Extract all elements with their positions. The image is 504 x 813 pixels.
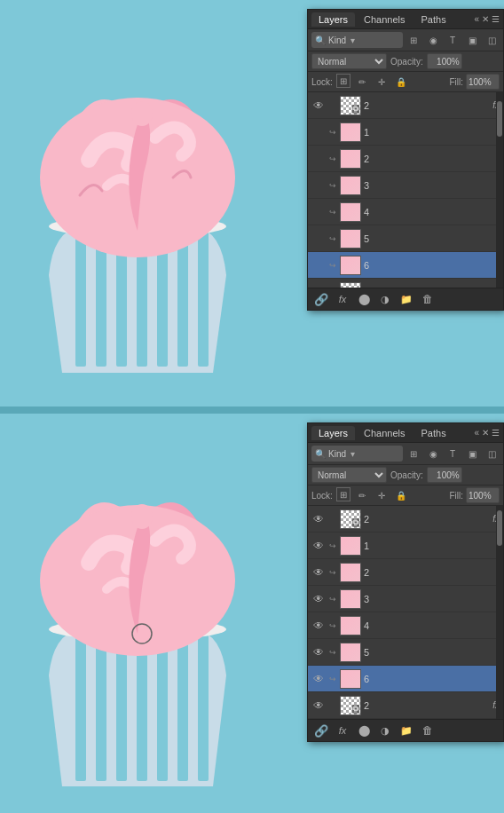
close-icon[interactable]: ✕ bbox=[482, 14, 489, 24]
pixel-icon[interactable]: ⊞ bbox=[406, 32, 421, 48]
collapse-icon-bottom[interactable]: « bbox=[474, 428, 479, 438]
search-dropdown-arrow[interactable]: ▾ bbox=[350, 36, 355, 45]
new-group-icon-top[interactable]: 📁 bbox=[398, 291, 414, 307]
lock-move-icon-bottom[interactable]: ✛ bbox=[374, 487, 390, 503]
layer-row-2-top[interactable]: ↪ 2 bbox=[308, 146, 503, 172]
layer-row-5-top[interactable]: ↪ 5 bbox=[308, 225, 503, 252]
tab-channels-bottom[interactable]: Channels bbox=[357, 426, 412, 440]
search-dropdown-arrow-bottom[interactable]: ▾ bbox=[350, 449, 355, 459]
tab-channels-top[interactable]: Channels bbox=[357, 12, 412, 27]
visibility-eye-3-bottom[interactable]: 👁 bbox=[311, 592, 326, 606]
new-group-icon-bottom[interactable]: 📁 bbox=[398, 722, 414, 738]
layers-panel-top: Layers Channels Paths « ✕ ☰ 🔍 Kind ▾ ⊞ ◉… bbox=[307, 9, 504, 311]
fx-button-bottom[interactable]: fx bbox=[335, 722, 350, 738]
top-half: Layers Channels Paths « ✕ ☰ 🔍 Kind ▾ ⊞ ◉… bbox=[0, 0, 504, 406]
lock-move-icon[interactable]: ✛ bbox=[374, 74, 390, 90]
visibility-eye-6-bottom[interactable]: 👁 bbox=[311, 672, 326, 686]
search-icons-bottom: ⊞ ◉ T ▣ ◫ bbox=[406, 446, 500, 462]
search-box-bottom[interactable]: 🔍 Kind ▾ bbox=[311, 446, 403, 462]
opacity-input-top[interactable] bbox=[427, 53, 462, 69]
close-icon-bottom[interactable]: ✕ bbox=[482, 428, 489, 438]
layer-thumb-group2-bottom: ⧉ bbox=[340, 696, 361, 715]
visibility-eye-3-top[interactable] bbox=[311, 178, 326, 193]
layer-link-6-bottom: ↪ bbox=[328, 675, 337, 683]
search-box-top[interactable]: 🔍 Kind ▾ bbox=[311, 32, 403, 48]
tab-layers-top[interactable]: Layers bbox=[311, 12, 355, 27]
adj-icon-bottom[interactable]: ◉ bbox=[425, 446, 441, 462]
visibility-eye-6-top[interactable] bbox=[311, 258, 326, 272]
add-mask-icon-bottom[interactable]: ⬤ bbox=[356, 722, 372, 738]
layer-thumb-5-top bbox=[340, 229, 361, 249]
trash-icon-bottom[interactable]: 🗑 bbox=[420, 722, 436, 738]
collapse-icon[interactable]: « bbox=[474, 14, 479, 24]
lock-all-icon[interactable]: 🔒 bbox=[393, 74, 409, 90]
blend-mode-select-bottom[interactable]: Normal bbox=[311, 467, 387, 483]
visibility-eye-4-top[interactable] bbox=[311, 205, 326, 219]
visibility-eye-2-top[interactable] bbox=[311, 152, 326, 166]
opacity-input-bottom[interactable] bbox=[427, 467, 462, 483]
menu-icon-bottom[interactable]: ☰ bbox=[492, 428, 500, 438]
lock-label-top: Lock: bbox=[311, 77, 333, 87]
visibility-eye-group2-bottom[interactable]: 👁 bbox=[311, 699, 326, 713]
smart-icon-bottom[interactable]: ◫ bbox=[484, 446, 500, 462]
shape-icon-bottom[interactable]: ▣ bbox=[464, 446, 480, 462]
tab-paths-top[interactable]: Paths bbox=[414, 12, 453, 27]
visibility-eye-group2-top[interactable]: 👁 bbox=[311, 285, 326, 288]
fx-button-top[interactable]: fx bbox=[335, 291, 350, 307]
layer-row-group2-top[interactable]: 👁 ⧉ 2 fx bbox=[308, 279, 503, 288]
link-layers-icon-bottom[interactable]: 🔗 bbox=[313, 722, 329, 738]
add-mask-icon-top[interactable]: ⬤ bbox=[356, 291, 372, 307]
svg-rect-17 bbox=[177, 632, 188, 781]
layer-row-2-bottom[interactable]: 👁 ↪ 2 bbox=[308, 559, 503, 586]
text-icon[interactable]: T bbox=[445, 32, 461, 48]
lock-paint-icon[interactable]: ✏ bbox=[354, 74, 370, 90]
layer-row-1-bottom[interactable]: 👁 ↪ 1 bbox=[308, 533, 503, 559]
visibility-eye-2-bottom[interactable]: 👁 bbox=[311, 565, 326, 580]
adj-icon[interactable]: ◉ bbox=[425, 32, 441, 48]
fill-input-bottom[interactable] bbox=[466, 487, 500, 503]
tab-paths-bottom[interactable]: Paths bbox=[414, 426, 453, 440]
layer-row-1-top[interactable]: ↪ 1 bbox=[308, 119, 503, 146]
folder-icon-group2-bottom: ⧉ bbox=[352, 705, 359, 714]
layer-row-group1-bottom[interactable]: 👁 ⧉ 2 fx bbox=[308, 506, 503, 533]
menu-icon[interactable]: ☰ bbox=[492, 14, 500, 24]
visibility-eye-1-bottom[interactable]: 👁 bbox=[311, 539, 326, 553]
pixel-icon-bottom[interactable]: ⊞ bbox=[406, 446, 421, 462]
layer-row-4-bottom[interactable]: 👁 ↪ 4 bbox=[308, 612, 503, 639]
layer-row-5-bottom[interactable]: 👁 ↪ 5 bbox=[308, 639, 503, 666]
text-icon-bottom[interactable]: T bbox=[445, 446, 461, 462]
visibility-eye-5-bottom[interactable]: 👁 bbox=[311, 645, 326, 659]
lock-all-icon-bottom[interactable]: 🔒 bbox=[393, 487, 409, 503]
scroll-thumb-bottom[interactable] bbox=[497, 510, 502, 546]
visibility-eye-1-top[interactable] bbox=[311, 125, 326, 139]
visibility-eye-4-bottom[interactable]: 👁 bbox=[311, 619, 326, 633]
trash-icon-top[interactable]: 🗑 bbox=[420, 291, 436, 307]
layer-name-group1-top: 2 bbox=[364, 100, 490, 111]
tab-layers-bottom[interactable]: Layers bbox=[311, 426, 355, 440]
fill-input-top[interactable] bbox=[466, 74, 500, 90]
panel-scrollbar-bottom[interactable] bbox=[496, 506, 503, 719]
visibility-eye-group1-top[interactable]: 👁 bbox=[311, 99, 326, 113]
adj-layer-icon-bottom[interactable]: ◑ bbox=[377, 722, 393, 738]
lock-pixel-icon[interactable]: ⊞ bbox=[336, 74, 350, 88]
layer-row-group1-top[interactable]: 👁 ⧉ 2 fx bbox=[308, 92, 503, 119]
lock-pixel-icon-bottom[interactable]: ⊞ bbox=[336, 487, 350, 501]
layer-row-3-top[interactable]: ↪ 3 bbox=[308, 172, 503, 199]
visibility-eye-5-top[interactable] bbox=[311, 232, 326, 246]
link-layers-icon-top[interactable]: 🔗 bbox=[313, 291, 329, 307]
adj-layer-icon-top[interactable]: ◑ bbox=[377, 291, 393, 307]
layer-row-4-top[interactable]: ↪ 4 bbox=[308, 199, 503, 225]
opacity-label-top: Opacity: bbox=[390, 57, 423, 67]
panel-scrollbar-top[interactable] bbox=[496, 92, 503, 288]
layer-row-6-top[interactable]: ↪ 6 bbox=[308, 252, 503, 279]
scroll-thumb-top[interactable] bbox=[497, 101, 502, 137]
lock-paint-icon-bottom[interactable]: ✏ bbox=[354, 487, 370, 503]
blend-mode-select-top[interactable]: Normal bbox=[311, 53, 387, 69]
layer-link-4-top: ↪ bbox=[328, 208, 337, 217]
layer-row-3-bottom[interactable]: 👁 ↪ 3 bbox=[308, 586, 503, 612]
smart-icon[interactable]: ◫ bbox=[484, 32, 500, 48]
layer-row-group2-bottom[interactable]: 👁 ⧉ 2 fx bbox=[308, 692, 503, 719]
shape-icon[interactable]: ▣ bbox=[464, 32, 480, 48]
layer-row-6-bottom[interactable]: 👁 ↪ 6 bbox=[308, 666, 503, 692]
visibility-eye-group1-bottom[interactable]: 👁 bbox=[311, 512, 326, 526]
